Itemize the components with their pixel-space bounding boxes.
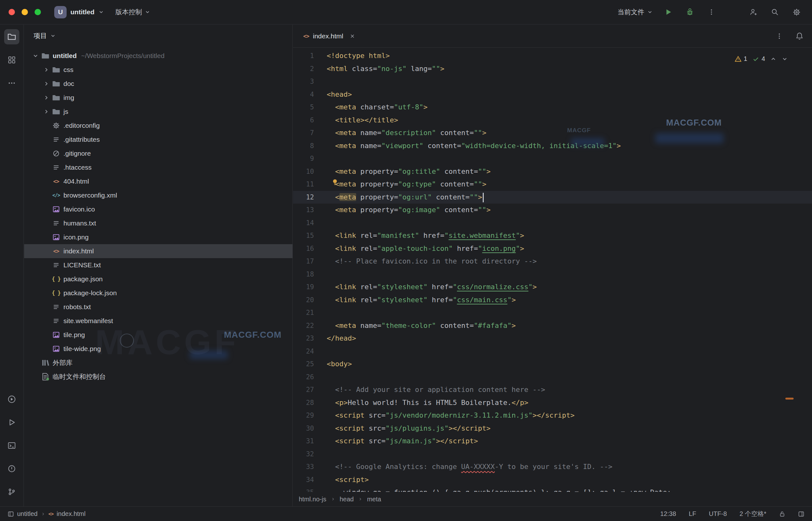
indent-style[interactable]: 2 个空格* bbox=[740, 509, 766, 518]
code-line-22[interactable]: 22 <meta name="theme-color" content="#fa… bbox=[293, 319, 812, 332]
code-line-15[interactable]: 15 <link rel="manifest" href="site.webma… bbox=[293, 229, 812, 242]
activity-git-button[interactable] bbox=[4, 484, 19, 499]
code-line-9[interactable]: 9 bbox=[293, 152, 812, 165]
breadcrumb-item[interactable]: meta bbox=[367, 496, 381, 503]
chevron-right-icon[interactable] bbox=[42, 94, 51, 101]
run-configuration-selector[interactable]: 当前文件 bbox=[617, 7, 653, 17]
tab-index-html[interactable]: <> index.html bbox=[300, 25, 358, 47]
lock-icon[interactable] bbox=[779, 511, 785, 517]
breadcrumb-item[interactable]: head bbox=[340, 496, 354, 503]
code-line-6[interactable]: 6 <title></title> bbox=[293, 114, 812, 127]
code-line-28[interactable]: 28 <p>Hello world! This is HTML5 Boilerp… bbox=[293, 397, 812, 409]
code-line-19[interactable]: 19 <link rel="stylesheet" href="css/norm… bbox=[293, 281, 812, 294]
code-line-21[interactable]: 21 bbox=[293, 306, 812, 319]
editor-body[interactable]: 1<!doctype html>2<html class="no-js" lan… bbox=[293, 48, 812, 492]
code-line-29[interactable]: 29 <script src="js/vendor/modernizr-3.11… bbox=[293, 409, 812, 422]
project-widget[interactable]: U untitled bbox=[54, 6, 104, 18]
inspections-widget[interactable]: 1 4 bbox=[735, 55, 788, 63]
code-line-31[interactable]: 31 <script src="js/main.js"></script> bbox=[293, 435, 812, 448]
intention-bulb-icon[interactable] bbox=[331, 178, 339, 186]
tree-item-site-webmanifest[interactable]: site.webmanifest bbox=[24, 314, 292, 328]
minimize-window-button[interactable] bbox=[22, 9, 28, 15]
more-actions-button[interactable] bbox=[705, 6, 718, 18]
tree-item-package-json[interactable]: { }package.json bbox=[24, 272, 292, 286]
tree-item-tile-png[interactable]: tile.png bbox=[24, 328, 292, 342]
passed-group[interactable]: 4 bbox=[752, 55, 765, 63]
tree-item-editorconfig[interactable]: .editorconfig bbox=[24, 119, 292, 133]
code-line-14[interactable]: 14 bbox=[293, 217, 812, 230]
caret-position[interactable]: 12:38 bbox=[660, 510, 676, 518]
code-line-7[interactable]: 7 <meta name="description" content=""> bbox=[293, 127, 812, 139]
tree-item-gitignore[interactable]: .gitignore bbox=[24, 146, 292, 160]
tree-item-humans-txt[interactable]: humans.txt bbox=[24, 216, 292, 230]
tree-item-css[interactable]: css bbox=[24, 63, 292, 77]
code-line-16[interactable]: 16 <link rel="apple-touch-icon" href="ic… bbox=[293, 242, 812, 255]
tree-item-tile-wide-png[interactable]: tile-wide.png bbox=[24, 342, 292, 356]
prev-problem-chevron-icon[interactable] bbox=[770, 56, 776, 62]
code-line-12[interactable]: 12 <meta property="og:url" content=""> bbox=[293, 191, 812, 204]
code-line-3[interactable]: 3 bbox=[293, 75, 812, 88]
activity-problems-button[interactable] bbox=[4, 461, 19, 476]
activity-terminal-button[interactable] bbox=[4, 438, 19, 453]
warnings-group[interactable]: 1 bbox=[735, 55, 747, 63]
tree-item-doc[interactable]: doc bbox=[24, 77, 292, 91]
code-line-11[interactable]: 11 <meta property="og:type" content=""> bbox=[293, 178, 812, 191]
code-line-26[interactable]: 26 bbox=[293, 371, 812, 384]
settings-button[interactable] bbox=[790, 6, 803, 18]
line-separator[interactable]: LF bbox=[689, 510, 696, 518]
tree-item-icon-png[interactable]: icon.png bbox=[24, 230, 292, 244]
zoom-window-button[interactable] bbox=[35, 9, 41, 15]
breadcrumb-item[interactable]: html.no-js bbox=[299, 496, 326, 503]
activity-project-button[interactable] bbox=[4, 29, 19, 44]
code-line-4[interactable]: 4<head> bbox=[293, 88, 812, 101]
screen-layout-icon[interactable] bbox=[798, 511, 805, 517]
tree-item-package-lock-json[interactable]: { }package-lock.json bbox=[24, 286, 292, 300]
code-line-20[interactable]: 20 <link rel="stylesheet" href="css/main… bbox=[293, 294, 812, 307]
tree-item-js[interactable]: js bbox=[24, 105, 292, 119]
tree-item-gitattributes[interactable]: .gitattributes bbox=[24, 133, 292, 146]
code-with-me-button[interactable] bbox=[747, 6, 759, 18]
tree-item-item[interactable]: 外部库 bbox=[24, 356, 292, 370]
tree-item-img[interactable]: img bbox=[24, 91, 292, 105]
vcs-menu[interactable]: 版本控制 bbox=[115, 7, 150, 17]
code-line-5[interactable]: 5 <meta charset="utf-8"> bbox=[293, 101, 812, 114]
code-line-18[interactable]: 18 bbox=[293, 268, 812, 281]
chevron-right-icon[interactable] bbox=[42, 81, 51, 87]
tab-options-kebab-icon[interactable] bbox=[775, 32, 783, 40]
tree-item-item[interactable]: 临时文件和控制台 bbox=[24, 370, 292, 384]
chevron-right-icon[interactable] bbox=[42, 109, 51, 115]
search-everywhere-button[interactable] bbox=[769, 6, 781, 18]
chevron-right-icon[interactable] bbox=[42, 67, 51, 73]
close-window-button[interactable] bbox=[8, 9, 15, 15]
tree-item-index-html[interactable]: <>index.html bbox=[24, 244, 292, 258]
project-panel-header[interactable]: 项目 bbox=[24, 25, 292, 47]
code-line-25[interactable]: 25<body> bbox=[293, 358, 812, 371]
tree-item-browserconfig-xml[interactable]: </>browserconfig.xml bbox=[24, 188, 292, 202]
notification-bell-icon[interactable] bbox=[795, 32, 804, 40]
tree-item-favicon-ico[interactable]: favicon.ico bbox=[24, 202, 292, 216]
code-line-33[interactable]: 33 <!-- Google Analytics: change UA-XXXX… bbox=[293, 460, 812, 473]
next-problem-chevron-icon[interactable] bbox=[782, 56, 788, 62]
debug-button[interactable] bbox=[684, 6, 696, 18]
code-line-34[interactable]: 34 <script> bbox=[293, 473, 812, 486]
scrollbar-error-stripe-mark[interactable] bbox=[785, 398, 794, 400]
file-encoding[interactable]: UTF-8 bbox=[709, 510, 727, 518]
code-line-23[interactable]: 23</head> bbox=[293, 332, 812, 345]
tree-item-404-html[interactable]: <>404.html bbox=[24, 175, 292, 188]
code-line-17[interactable]: 17 <!-- Place favicon.ico in the root di… bbox=[293, 255, 812, 268]
status-project-name[interactable]: untitled bbox=[17, 510, 38, 518]
code-line-8[interactable]: 8 <meta name="viewport" content="width=d… bbox=[293, 139, 812, 153]
code-line-27[interactable]: 27 <!-- Add your site or application con… bbox=[293, 383, 812, 397]
code-line-10[interactable]: 10 <meta property="og:title" content=""> bbox=[293, 165, 812, 178]
activity-run-button[interactable] bbox=[4, 415, 19, 430]
code-line-24[interactable]: 24 bbox=[293, 345, 812, 358]
close-tab-icon[interactable] bbox=[349, 33, 355, 39]
activity-services-button[interactable] bbox=[4, 392, 19, 407]
code-line-32[interactable]: 32 bbox=[293, 448, 812, 461]
tool-window-layout-icon[interactable] bbox=[7, 511, 14, 517]
code-line-35[interactable]: 35 window.ga = function () { ga.q.push(a… bbox=[293, 486, 812, 492]
tree-item-htaccess[interactable]: .htaccess bbox=[24, 160, 292, 175]
code-line-30[interactable]: 30 <script src="js/plugins.js"></script> bbox=[293, 422, 812, 435]
chevron-down-icon[interactable] bbox=[31, 53, 40, 59]
status-file-name[interactable]: index.html bbox=[57, 510, 86, 518]
